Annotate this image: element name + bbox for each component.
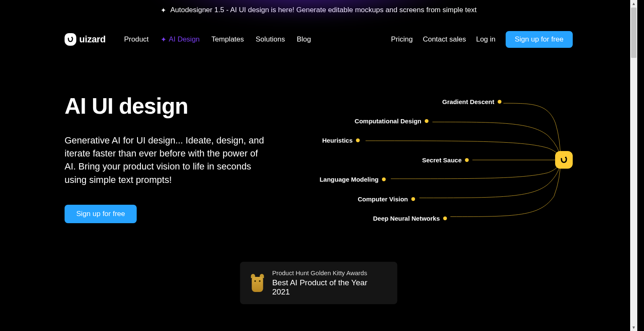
dot-icon [425, 119, 428, 123]
nav-templates[interactable]: Templates [211, 35, 244, 44]
brand-logo[interactable]: uizard [65, 33, 106, 46]
diagram-node-label: Heuristics [322, 137, 353, 144]
announcement-text: Autodesigner 1.5 - AI UI design is here!… [170, 6, 476, 14]
dot-icon [498, 100, 501, 104]
nav-contact-sales[interactable]: Contact sales [423, 35, 466, 44]
dot-icon [356, 138, 360, 142]
award-badge: Product Hunt Golden Kitty Awards Best AI… [240, 262, 397, 304]
dot-icon [382, 177, 386, 181]
diagram-node-language-modeling: Language Modeling [319, 176, 386, 183]
diagram-node-label: Language Modeling [319, 176, 379, 183]
scrollbar-up-arrow-icon[interactable]: ▲ [630, 0, 637, 7]
dot-icon [465, 158, 469, 162]
diagram-node-gradient-descent: Gradient Descent [442, 98, 501, 105]
vertical-scrollbar[interactable]: ▲ ▼ [630, 0, 637, 331]
sparkle-icon: ✦ [161, 6, 166, 14]
brand-name: uizard [79, 34, 106, 45]
diagram-node-computer-vision: Computer Vision [358, 195, 415, 203]
award-line1: Product Hunt Golden Kitty Awards [272, 269, 383, 276]
nav-right: Pricing Contact sales Log in Sign up for… [391, 31, 573, 48]
diagram-node-label: Gradient Descent [442, 98, 494, 105]
nav-pricing[interactable]: Pricing [391, 35, 413, 44]
hero-signup-button[interactable]: Sign up for free [65, 205, 137, 223]
nav-solutions[interactable]: Solutions [256, 35, 285, 44]
nav-blog[interactable]: Blog [297, 35, 311, 44]
announcement-banner[interactable]: ✦ Autodesigner 1.5 - AI UI design is her… [0, 0, 637, 22]
diagram-node-label: Deep Neural Networks [373, 215, 440, 222]
nav-login[interactable]: Log in [476, 35, 495, 44]
diagram-node-heuristics: Heuristics [322, 137, 360, 144]
hero-copy: AI UI design Generative AI for UI design… [65, 93, 287, 240]
diagram-node-deep-neural-networks: Deep Neural Networks [373, 215, 447, 222]
dot-icon [443, 216, 447, 220]
svg-point-0 [71, 37, 73, 38]
signup-button[interactable]: Sign up for free [506, 31, 573, 48]
award-text: Product Hunt Golden Kitty Awards Best AI… [272, 269, 383, 297]
award-line2: Best AI Product of the Year 2021 [272, 278, 383, 297]
dot-icon [411, 197, 415, 201]
nav-links: Product ✦ AI Design Templates Solutions … [124, 35, 311, 44]
diagram-node-secret-sauce: Secret Sauce [422, 156, 469, 164]
sparkle-icon: ✦ [161, 35, 166, 44]
ai-ingredients-diagram: Gradient Descent Computational Design He… [304, 89, 573, 240]
diagram-node-label: Computer Vision [358, 195, 408, 203]
diagram-node-label: Computational Design [355, 117, 421, 125]
scrollbar-thumb[interactable] [631, 8, 636, 58]
hero-subtitle: Generative AI for UI design... Ideate, d… [65, 134, 270, 186]
nav-ai-design-label: AI Design [169, 35, 200, 44]
diagram-hub-icon [555, 151, 573, 169]
diagram-node-computational-design: Computational Design [355, 117, 428, 125]
nav-ai-design[interactable]: ✦ AI Design [161, 35, 200, 44]
main-nav: uizard Product ✦ AI Design Templates Sol… [0, 22, 637, 48]
hero-title: AI UI design [65, 93, 287, 119]
diagram-node-label: Secret Sauce [422, 156, 462, 164]
trophy-icon [250, 274, 265, 292]
svg-point-1 [565, 157, 567, 159]
hero-section: AI UI design Generative AI for UI design… [0, 48, 637, 240]
nav-product[interactable]: Product [124, 35, 149, 44]
scrollbar-down-arrow-icon[interactable]: ▼ [630, 324, 637, 331]
logo-mark-icon [65, 33, 76, 46]
